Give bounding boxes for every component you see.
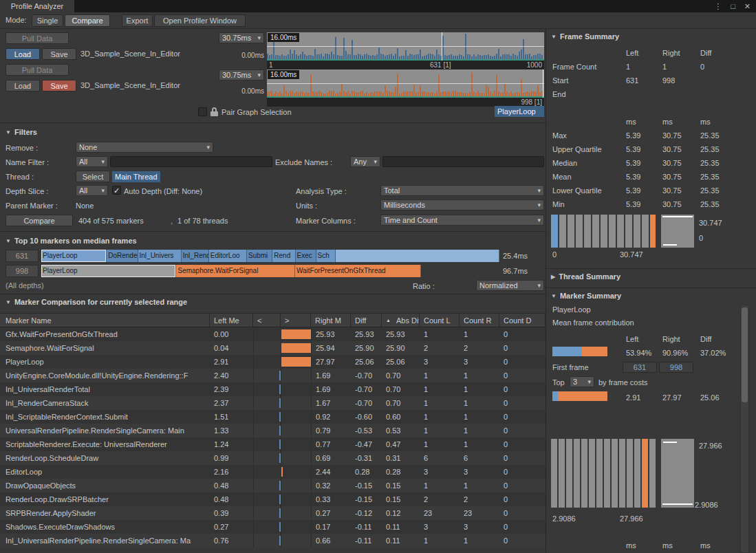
tab-single[interactable]: Single [32, 14, 63, 27]
pair-graph-checkbox[interactable] [198, 107, 207, 116]
col-count-right[interactable]: Count R [460, 314, 499, 327]
table-row[interactable]: RenderLoop.DrawSRPBatcher0.480.33-0.150.… [0, 492, 546, 506]
dropdown-arrow-icon: ▾ [257, 34, 261, 41]
pull-data-left-button[interactable]: Pull Data [6, 32, 69, 44]
selected-marker-tag[interactable]: PlayerLoop [495, 106, 544, 117]
load-right-button[interactable]: Load [6, 80, 40, 91]
load-left-button[interactable]: Load [6, 48, 40, 60]
top10-segment[interactable]: WaitForPresentOnGfxThread [295, 265, 421, 277]
frame-bar [486, 85, 487, 96]
marker-summary-header[interactable]: ▼Marker Summary [551, 292, 621, 300]
kebab-menu-icon[interactable]: ⋮ [714, 2, 722, 11]
foldout-icon: ▼ [551, 293, 557, 299]
table-row[interactable]: Shadows.ExecuteDrawShadows0.270.17-0.110… [0, 520, 546, 534]
top10-segment[interactable]: Rend [272, 250, 295, 262]
bottom-graph-scale-dropdown[interactable]: 30.75ms▾ [219, 69, 264, 80]
remove-dropdown[interactable]: None▾ [76, 142, 213, 153]
thread-summary-header[interactable]: ▶Thread Summary [551, 272, 620, 281]
open-profiler-button[interactable]: Open Profiler Window [154, 14, 246, 27]
top-n-dropdown[interactable]: 3▾ [570, 376, 594, 387]
auto-depth-checkbox[interactable]: ✓ [112, 186, 121, 195]
top10-segment[interactable]: PlayerLoop [41, 250, 107, 262]
table-row[interactable]: Inl_UniversalRenderPipeline.RenderSingle… [0, 534, 546, 547]
frame-bar [539, 54, 541, 59]
col-left-bar[interactable]: < [253, 314, 281, 327]
frame-bar [283, 85, 285, 96]
top10-segment[interactable]: Sch [316, 250, 336, 262]
table-row[interactable]: RenderLoop.ScheduleDraw0.990.69-0.310.31… [0, 451, 546, 465]
table-row[interactable]: Inl_RenderCameraStack2.371.67-0.700.7011… [0, 396, 546, 410]
table-row[interactable]: Inl_UniversalRenderTotal2.391.69-0.700.7… [0, 382, 546, 396]
units-dropdown[interactable]: Milliseconds▾ [380, 199, 544, 210]
table-row[interactable]: UnityEngine.CoreModule.dll!UnityEngine.R… [0, 369, 546, 382]
frame-button-right[interactable]: 998 [6, 265, 39, 277]
left-frame-time-graph[interactable]: 16.00ms [267, 32, 544, 61]
table-row[interactable]: DrawOpaqueObjects0.480.32-0.150.15110 [0, 479, 546, 492]
depth-slice-dropdown[interactable]: All▾ [76, 185, 108, 196]
right-frame-time-graph[interactable]: 16.00ms [267, 69, 544, 98]
frame-bar [422, 91, 423, 96]
first-frame-left-button[interactable]: 631 [623, 362, 657, 373]
frame-summary-header[interactable]: ▼Frame Summary [551, 32, 619, 41]
tab-compare[interactable]: Compare [65, 14, 110, 27]
col-abs-diff[interactable]: ▲Abs Diff [382, 314, 420, 327]
bottom-graph-zero-label: 0.00ms [219, 87, 264, 95]
ratio-dropdown[interactable]: Normalized▾ [476, 280, 544, 291]
top10-segment[interactable]: DoRenderl [107, 250, 138, 262]
col-count-diff[interactable]: Count D [499, 314, 546, 327]
top-graph-scale-dropdown[interactable]: 30.75ms▾ [219, 32, 264, 43]
thread-tag[interactable]: Main Thread [112, 171, 160, 182]
top10-segment[interactable]: Inl_Render [182, 250, 209, 262]
top10-header[interactable]: ▼Top 10 markers on median frames [6, 237, 137, 245]
name-filter-input[interactable] [110, 156, 272, 167]
top10-segment[interactable]: Inl_Univers [138, 250, 182, 262]
table-row[interactable]: UniversalRenderPipeline.RenderSingleCame… [0, 424, 546, 437]
compare-button[interactable]: Compare [6, 215, 73, 226]
top10-segment[interactable]: Exec [296, 250, 316, 262]
marker-comparison-header[interactable]: ▼Marker Comparison for currently selecte… [6, 298, 187, 306]
scrollbar-thumb[interactable] [742, 307, 748, 402]
table-row[interactable]: ScriptableRenderer.Execute: UniversalRen… [0, 437, 546, 451]
top10-segment[interactable]: EditorLoo [209, 250, 247, 262]
frame-bar [352, 40, 353, 59]
table-row[interactable]: Inl_ScriptableRenderContext.Submit1.510.… [0, 410, 546, 424]
frame-bar [285, 91, 287, 96]
table-row[interactable]: EditorLoop2.162.440.280.28330 [0, 465, 546, 479]
thread-select-button[interactable]: Select [76, 171, 110, 182]
histogram-bar [604, 439, 610, 508]
col-marker-name[interactable]: Marker Name [0, 314, 210, 327]
marker-summary-histogram[interactable] [551, 439, 656, 508]
table-row[interactable]: Semaphore.WaitForSignal0.0425.9425.9025.… [0, 341, 546, 355]
table-row[interactable]: SRPBRender.ApplyShader0.390.27-0.120.122… [0, 506, 546, 520]
pull-data-right-button[interactable]: Pull Data [6, 64, 69, 76]
col-diff[interactable]: Diff [351, 314, 382, 327]
top10-segment[interactable]: Submi [247, 250, 272, 262]
export-button[interactable]: Export [122, 14, 153, 27]
table-row[interactable]: Gfx.WaitForPresentOnGfxThread0.0025.9325… [0, 327, 546, 341]
filters-header[interactable]: ▼Filters [6, 128, 37, 136]
divider [546, 268, 756, 269]
exclude-mode-dropdown[interactable]: Any▾ [350, 156, 380, 167]
save-left-button[interactable]: Save [42, 48, 76, 60]
maximize-icon[interactable]: □ [731, 2, 735, 10]
table-row[interactable]: PlayerLoop2.9127.9725.0625.06330 [0, 355, 546, 369]
left-graph-axis: 1 631 [1] 1000 [267, 61, 544, 69]
close-icon[interactable]: ✕ [744, 2, 750, 11]
top10-segment[interactable] [336, 250, 499, 262]
col-count-left[interactable]: Count L [420, 314, 460, 327]
top10-segment[interactable]: Semaphore.WaitForSignal [176, 265, 294, 277]
first-frame-right-button[interactable]: 998 [659, 362, 693, 373]
col-right-bar[interactable]: > [281, 314, 311, 327]
frame-summary-histogram[interactable] [551, 215, 656, 248]
exclude-names-input[interactable] [382, 156, 544, 167]
col-left-median[interactable]: Left Me [210, 314, 253, 327]
top10-segment[interactable]: PlayerLoop [41, 265, 176, 277]
name-filter-mode-dropdown[interactable]: All▾ [76, 156, 108, 167]
marker-columns-dropdown[interactable]: Time and Count▾ [380, 215, 544, 226]
window-tab[interactable]: Profile Analyzer [0, 0, 74, 12]
save-right-button[interactable]: Save [42, 80, 76, 91]
marker-summary-hist-max: 27.966 [699, 442, 722, 450]
col-right-median[interactable]: Right M [311, 314, 351, 327]
frame-button-left[interactable]: 631 [6, 250, 39, 262]
analysis-type-dropdown[interactable]: Total▾ [380, 185, 544, 196]
